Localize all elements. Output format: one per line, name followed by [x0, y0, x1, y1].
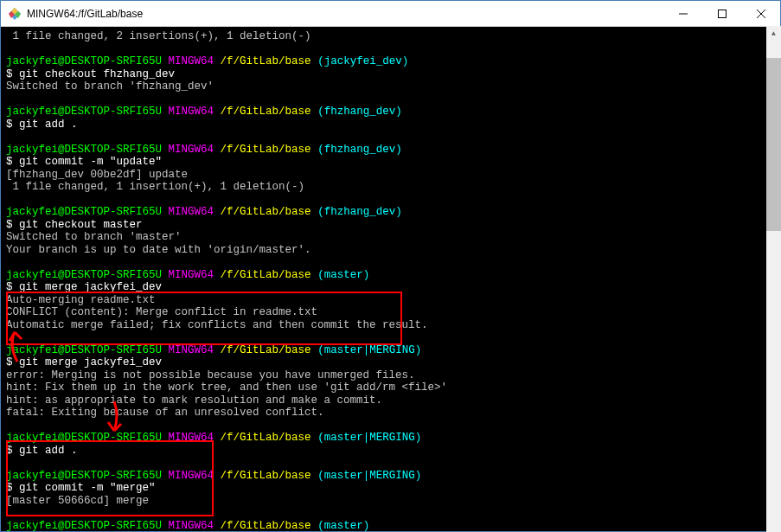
prompt-line: jackyfei@DESKTOP-SRFI65U MINGW64 /f/GitL… [6, 106, 775, 119]
prompt-line: jackyfei@DESKTOP-SRFI65U MINGW64 /f/GitL… [6, 206, 775, 219]
output-line: Auto-merging readme.txt [6, 294, 775, 307]
output-line: error: Merging is not possible because y… [6, 369, 775, 382]
command-line: $ git checkout master [6, 219, 775, 232]
command-line: $ git merge jackyfei_dev [6, 356, 775, 369]
prompt-line: jackyfei@DESKTOP-SRFI65U MINGW64 /f/GitL… [6, 432, 775, 445]
blank-line [6, 256, 775, 269]
command-line: $ git commit -m "merge" [6, 482, 775, 495]
blank-line [6, 43, 775, 56]
blank-line [6, 93, 775, 106]
command-line: $ git commit -m "update" [6, 156, 775, 169]
maximize-button[interactable] [702, 1, 741, 27]
output-line: 1 file changed, 1 insertion(+), 1 deleti… [6, 181, 775, 194]
blank-line [6, 457, 775, 470]
output-line: CONFLICT (content): Merge conflict in re… [6, 306, 775, 319]
blank-line [6, 507, 775, 520]
prompt-line: jackyfei@DESKTOP-SRFI65U MINGW64 /f/GitL… [6, 520, 775, 532]
output-line: [fhzhang_dev 00be2df] update [6, 169, 775, 182]
output-line: Switched to branch 'master' [6, 231, 775, 244]
close-button[interactable] [741, 1, 780, 27]
blank-line [6, 194, 775, 207]
output-line: Switched to branch 'fhzhang_dev' [6, 80, 775, 93]
command-line: $ git merge jackyfei_dev [6, 281, 775, 294]
blank-line [6, 420, 775, 433]
blank-line [6, 331, 775, 344]
terminal[interactable]: 1 file changed, 2 insertions(+), 1 delet… [1, 27, 780, 531]
output-line: Automatic merge failed; fix conflicts an… [6, 319, 775, 332]
output-line: hint: Fix them up in the work tree, and … [6, 381, 775, 394]
output-line: hint: as appropriate to mark resolution … [6, 394, 775, 407]
prompt-line: jackyfei@DESKTOP-SRFI65U MINGW64 /f/GitL… [6, 55, 775, 68]
app-icon [8, 7, 22, 21]
output-line: Your branch is up to date with 'origin/m… [6, 244, 775, 257]
scrollbar[interactable]: ▲ [766, 26, 781, 532]
window-controls [663, 1, 780, 27]
command-line: $ git checkout fhzhang_dev [6, 68, 775, 81]
minimize-button[interactable] [663, 1, 702, 27]
scroll-up-arrow-icon[interactable]: ▲ [766, 26, 781, 41]
window: MINGW64:/f/GitLab/base 1 file changed, 2… [0, 0, 781, 532]
blank-line [6, 131, 775, 144]
svg-rect-1 [718, 10, 726, 17]
output-line: [master 50666cd] merge [6, 495, 775, 508]
prompt-line: jackyfei@DESKTOP-SRFI65U MINGW64 /f/GitL… [6, 344, 775, 357]
scrollbar-thumb[interactable] [766, 58, 781, 231]
output-line: fatal: Exiting because of an unresolved … [6, 407, 775, 420]
command-line: $ git add . [6, 445, 775, 458]
titlebar: MINGW64:/f/GitLab/base [1, 1, 780, 27]
window-title: MINGW64:/f/GitLab/base [27, 8, 663, 20]
prompt-line: jackyfei@DESKTOP-SRFI65U MINGW64 /f/GitL… [6, 269, 775, 282]
output-line: 1 file changed, 2 insertions(+), 1 delet… [6, 30, 775, 43]
prompt-line: jackyfei@DESKTOP-SRFI65U MINGW64 /f/GitL… [6, 144, 775, 157]
command-line: $ git add . [6, 119, 775, 131]
prompt-line: jackyfei@DESKTOP-SRFI65U MINGW64 /f/GitL… [6, 470, 775, 483]
